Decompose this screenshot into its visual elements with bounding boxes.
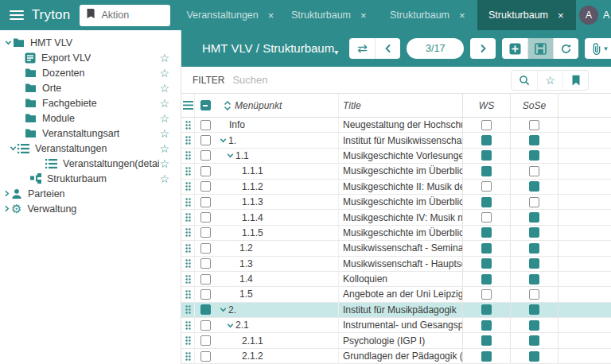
table-row[interactable]: 1.1 Musikgeschichte Vorlesungen/Übungen bbox=[181, 149, 611, 164]
sose-checkbox[interactable] bbox=[529, 351, 539, 362]
ws-checkbox[interactable] bbox=[481, 258, 492, 269]
favorite-star-icon[interactable]: ☆ bbox=[159, 173, 169, 184]
new-record-button[interactable] bbox=[502, 38, 527, 59]
drag-handle-icon[interactable] bbox=[181, 241, 195, 255]
favorite-star-icon[interactable]: ☆ bbox=[159, 68, 169, 79]
caret-down-icon[interactable] bbox=[218, 305, 228, 314]
bookmark-icon[interactable] bbox=[562, 71, 588, 90]
ws-checkbox[interactable] bbox=[481, 243, 492, 254]
row-checkbox[interactable] bbox=[200, 227, 211, 238]
row-checkbox[interactable] bbox=[200, 181, 211, 192]
select-all-checkbox[interactable] bbox=[200, 100, 211, 110]
ws-checkbox[interactable] bbox=[481, 181, 492, 192]
column-header-ws[interactable]: WS bbox=[463, 94, 511, 117]
search-icon[interactable] bbox=[512, 71, 537, 90]
table-row[interactable]: 2. Institut für Musikpädagogik bbox=[181, 303, 611, 318]
caret-right-icon[interactable] bbox=[2, 204, 11, 213]
table-row[interactable]: 1.2 Musikwissenschaft - Seminare bbox=[181, 241, 611, 256]
sose-checkbox[interactable] bbox=[529, 243, 539, 254]
sose-checkbox[interactable] bbox=[529, 120, 539, 130]
table-row[interactable]: 1.5 Angebote an der Uni Leipzig bbox=[181, 287, 611, 302]
ws-checkbox[interactable] bbox=[481, 274, 492, 285]
sose-checkbox[interactable] bbox=[529, 135, 539, 145]
row-checkbox[interactable] bbox=[200, 320, 211, 331]
table-row[interactable]: 2.1.1 Psychologie (IGP I) bbox=[181, 333, 611, 348]
table-row[interactable]: 1.1.2 Musikgeschichte II: Musik des 17./… bbox=[181, 180, 611, 195]
favorite-star-icon[interactable]: ☆ bbox=[159, 143, 169, 154]
tab[interactable]: Strukturbaum × bbox=[280, 0, 379, 30]
tab-close-icon[interactable]: × bbox=[359, 10, 368, 21]
next-button[interactable] bbox=[470, 38, 496, 59]
ws-checkbox[interactable] bbox=[481, 320, 492, 331]
caret-down-icon[interactable] bbox=[225, 151, 235, 160]
star-icon[interactable]: ☆ bbox=[537, 71, 562, 90]
search-input[interactable] bbox=[232, 74, 503, 86]
row-checkbox[interactable] bbox=[200, 150, 211, 161]
row-checkbox[interactable] bbox=[200, 243, 211, 254]
row-checkbox[interactable] bbox=[200, 289, 211, 300]
drag-handle-icon[interactable] bbox=[181, 226, 195, 240]
table-row[interactable]: 1.3 Musikwissenschaft - Hauptseminare bbox=[181, 257, 611, 272]
drag-handle-icon[interactable] bbox=[181, 180, 195, 194]
tab[interactable]: Strukturbaum × bbox=[379, 0, 477, 30]
ws-checkbox[interactable] bbox=[481, 227, 492, 238]
avatar[interactable]: A bbox=[579, 6, 598, 25]
sose-checkbox[interactable] bbox=[529, 166, 539, 176]
sidebar-item-dozenten[interactable]: Dozenten ☆ bbox=[0, 65, 181, 80]
caret-down-icon[interactable] bbox=[218, 136, 228, 145]
sidebar-item-fachgebiete[interactable]: Fachgebiete ☆ bbox=[0, 95, 181, 110]
sose-checkbox[interactable] bbox=[529, 304, 539, 315]
ws-checkbox[interactable] bbox=[481, 212, 492, 223]
save-record-button[interactable] bbox=[527, 38, 553, 59]
sose-checkbox[interactable] bbox=[529, 150, 539, 161]
record-pager[interactable]: 3/17 bbox=[407, 38, 464, 59]
tab[interactable]: Strukturbaum × bbox=[477, 0, 576, 30]
ws-checkbox[interactable] bbox=[481, 335, 492, 346]
tab-close-icon[interactable]: × bbox=[457, 10, 467, 21]
drag-handle-icon[interactable] bbox=[181, 210, 195, 224]
drag-handle-icon[interactable] bbox=[181, 118, 195, 132]
caret-right-icon[interactable] bbox=[2, 189, 11, 198]
ws-checkbox[interactable] bbox=[481, 120, 492, 130]
ws-checkbox[interactable] bbox=[481, 135, 492, 145]
caret-down-icon[interactable] bbox=[225, 321, 235, 330]
sose-checkbox[interactable] bbox=[529, 320, 539, 331]
favorite-star-icon[interactable]: ☆ bbox=[159, 128, 169, 139]
drag-handle-icon[interactable] bbox=[181, 272, 195, 286]
tab-close-icon[interactable]: × bbox=[267, 10, 276, 21]
table-row[interactable]: 1.1.3 Musikgeschichte im Überblick III: … bbox=[181, 195, 611, 210]
sidebar-item-veranstaltungen-detail-[interactable]: Veranstaltungen(detail) ☆ bbox=[0, 156, 181, 171]
row-checkbox[interactable] bbox=[200, 197, 211, 207]
tab[interactable]: Veranstaltungen × bbox=[175, 0, 280, 30]
column-header-sose[interactable]: SoSe bbox=[511, 94, 558, 117]
ws-checkbox[interactable] bbox=[481, 150, 492, 161]
sidebar-item-export-vlv[interactable]: Export VLV ☆ bbox=[0, 50, 181, 65]
drag-handle-icon[interactable] bbox=[181, 303, 195, 317]
drag-handle-icon[interactable] bbox=[181, 149, 195, 163]
row-checkbox[interactable] bbox=[200, 166, 211, 176]
row-checkbox[interactable] bbox=[200, 120, 211, 130]
sose-checkbox[interactable] bbox=[529, 197, 539, 207]
table-row[interactable]: 1.1.4 Musikgeschichte IV: Musik nach 190… bbox=[181, 210, 611, 225]
row-checkbox[interactable] bbox=[200, 304, 211, 315]
favorite-star-icon[interactable]: ☆ bbox=[159, 98, 169, 109]
ws-checkbox[interactable] bbox=[481, 197, 492, 207]
favorite-star-icon[interactable]: ☆ bbox=[159, 113, 169, 124]
table-row[interactable]: Info Neugestaltung der Hochschulweiten .… bbox=[181, 118, 611, 133]
sose-checkbox[interactable] bbox=[529, 289, 539, 300]
previous-button[interactable] bbox=[375, 38, 400, 59]
drag-handle-icon[interactable] bbox=[181, 318, 195, 332]
table-row[interactable]: 1.4 Kolloquien bbox=[181, 272, 611, 287]
drag-handle-icon[interactable] bbox=[181, 164, 195, 178]
table-row[interactable]: 1.1.1 Musikgeschichte im Überblick I: Mu… bbox=[181, 164, 611, 179]
drag-handle-icon[interactable] bbox=[181, 287, 195, 301]
drag-handle-icon[interactable] bbox=[181, 133, 195, 147]
sose-checkbox[interactable] bbox=[529, 227, 539, 238]
hamburger-icon[interactable] bbox=[10, 10, 24, 20]
ws-checkbox[interactable] bbox=[481, 289, 492, 300]
sidebar-item-module[interactable]: Module ☆ bbox=[0, 110, 181, 126]
sidebar-item-veranstaltungsart[interactable]: Veranstaltungsart ☆ bbox=[0, 126, 181, 141]
drag-handle-icon[interactable] bbox=[181, 257, 195, 271]
caret-down-icon[interactable] bbox=[3, 38, 13, 47]
row-checkbox[interactable] bbox=[200, 274, 211, 285]
